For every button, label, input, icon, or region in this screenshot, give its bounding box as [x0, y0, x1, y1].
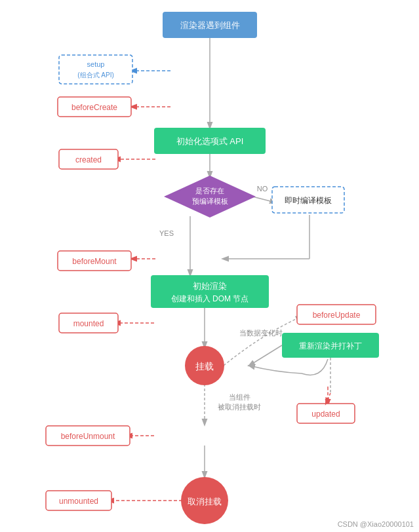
- label-initoptions: 初始化选项式 API: [176, 136, 244, 146]
- label-no: NO: [257, 185, 268, 193]
- watermark: CSDN @Xiao20000101: [338, 520, 414, 528]
- label-yes: YES: [159, 229, 174, 237]
- label-mounted: mounted: [73, 319, 104, 328]
- label-compile: 即时编译模板: [285, 196, 332, 205]
- label-start: 渲染器遇到组件: [180, 20, 240, 30]
- label-when-unmount-1: 当组件: [229, 393, 250, 401]
- label-diamond-2: 预编译模板: [192, 197, 228, 205]
- label-setup-1: setup: [87, 60, 105, 68]
- node-setup: [59, 55, 132, 84]
- label-updated: updated: [311, 409, 340, 419]
- label-rerender: 重新渲染并打补丁: [299, 341, 362, 351]
- label-beforecreate: beforeCreate: [71, 103, 117, 112]
- flowchart-svg: 渲染器遇到组件 setup (组合式 API) beforeCreate 初始化…: [0, 0, 419, 532]
- label-beforeupdate: beforeUpdate: [313, 311, 361, 320]
- label-created: created: [75, 155, 102, 164]
- label-unmount-circle: 取消挂载: [188, 497, 222, 506]
- diagram-container: 渲染器遇到组件 setup (组合式 API) beforeCreate 初始化…: [0, 0, 419, 532]
- label-initrender-1: 初始渲染: [193, 281, 227, 291]
- label-initrender-2: 创建和插入 DOM 节点: [171, 294, 249, 303]
- label-beforemount: beforeMount: [72, 257, 117, 266]
- label-when-unmount-2: 被取消挂载时: [218, 403, 261, 411]
- label-beforeunmount: beforeUnmount: [61, 432, 115, 441]
- label-mounted-circle: 挂载: [195, 361, 214, 371]
- label-setup-2: (组合式 API): [77, 71, 114, 79]
- label-diamond-1: 是否存在: [195, 187, 224, 195]
- label-data-change: 当数据变化时: [239, 329, 283, 337]
- label-unmounted: unmounted: [59, 497, 98, 506]
